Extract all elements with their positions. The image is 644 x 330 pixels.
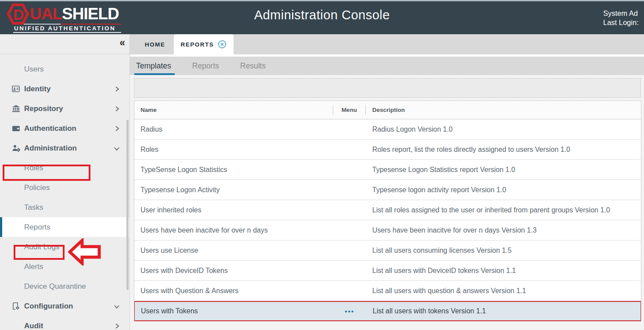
sidebar-item-alerts[interactable]: Alerts xyxy=(0,257,130,276)
sidebar-item-repository[interactable]: Repository xyxy=(0,99,130,118)
sidebar-item-users[interactable]: Users xyxy=(0,59,130,79)
table-row-selected[interactable]: Users with Tokens ••• List all users wit… xyxy=(134,301,641,321)
table-row[interactable]: Users with Question & Answers List all u… xyxy=(134,281,641,301)
subtab-reports[interactable]: Reports xyxy=(191,57,220,75)
table-row[interactable]: Users use License List all users consumi… xyxy=(134,240,641,261)
table-row[interactable]: TypeSense Logon Statistics Typesense Log… xyxy=(134,160,641,180)
svg-text:D: D xyxy=(13,6,24,23)
user-name: System Ad xyxy=(603,9,639,18)
tab-bar: HOME REPORTS xyxy=(130,34,644,54)
subtab-results[interactable]: Results xyxy=(239,57,266,75)
sidebar-item-audit[interactable]: Audit xyxy=(0,316,130,330)
column-header-description[interactable]: Description xyxy=(366,107,641,113)
page-title: Administration Console xyxy=(254,8,390,22)
sidebar-item-roles[interactable]: Roles xyxy=(0,158,130,178)
id-card-icon xyxy=(12,85,20,93)
sidebar-item-audit-logs[interactable]: Audit Logs xyxy=(0,237,130,257)
brand-tagline: UNIFIED AUTHENTICATION xyxy=(14,25,121,32)
column-header-menu[interactable]: Menu xyxy=(333,101,366,119)
brand-divider xyxy=(13,24,121,25)
table-row[interactable]: Roles Roles report, list the roles direc… xyxy=(134,140,641,160)
column-header-name[interactable]: Name xyxy=(134,107,333,113)
tab-home[interactable]: HOME xyxy=(136,34,174,54)
user-gear-icon xyxy=(12,144,20,152)
chevron-right-icon xyxy=(115,323,120,330)
tab-reports[interactable]: REPORTS xyxy=(174,34,234,54)
sidebar-item-identity[interactable]: Identity xyxy=(0,79,130,99)
chevron-right-icon xyxy=(115,105,120,114)
brand-text-red: UAL xyxy=(30,5,62,23)
sidebar-collapse-icon[interactable]: « xyxy=(119,37,125,49)
sidebar-item-policies[interactable]: Policies xyxy=(0,178,130,197)
close-tab-icon[interactable] xyxy=(218,40,227,49)
sidebar-item-device-quarantine[interactable]: Device Quarantine xyxy=(0,276,130,296)
empty-toolbar-area xyxy=(134,78,641,98)
table-row[interactable]: Users with DeviceID Tokens List all user… xyxy=(134,261,641,281)
chevron-right-icon xyxy=(115,86,120,94)
brand-text-white: SHIELD xyxy=(62,5,119,23)
app-header: D UALSHIELD UNIFIED AUTHENTICATION Admin… xyxy=(0,0,644,34)
dualshield-logo: D UALSHIELD UNIFIED AUTHENTICATION xyxy=(7,4,121,33)
subtab-templates[interactable]: Templates xyxy=(135,57,172,75)
sidebar-header: « xyxy=(0,34,130,54)
brand-underline xyxy=(13,32,121,33)
main-content: HOME REPORTS Templates Reports Results N… xyxy=(130,34,644,330)
table-header-row: Name Menu Description xyxy=(134,101,641,119)
sidebar: « Users Identity xyxy=(0,34,130,330)
document-gear-icon xyxy=(12,302,20,310)
last-login: Last Login: xyxy=(603,18,639,27)
sidebar-item-authentication[interactable]: Authentication xyxy=(0,118,130,138)
table-row[interactable]: Users have been inacitve for over n days… xyxy=(134,220,641,240)
sidebar-item-configuration[interactable]: Configuration xyxy=(0,296,130,316)
chevron-down-icon xyxy=(114,145,120,154)
table-row[interactable]: Radius Radius Logon Version 1.0 xyxy=(134,119,641,140)
templates-table: Name Menu Description Radius Radius Logo… xyxy=(134,100,641,321)
bank-icon xyxy=(12,105,20,112)
table-row[interactable]: User inherited roles List all roles assi… xyxy=(134,200,641,220)
wallet-icon xyxy=(12,125,20,132)
sidebar-item-administration[interactable]: Administration xyxy=(0,138,130,158)
subtab-bar: Templates Reports Results xyxy=(130,57,644,75)
chevron-right-icon xyxy=(115,125,120,134)
sidebar-item-reports[interactable]: Reports xyxy=(0,217,130,237)
dualshield-hexagon-d-icon: D xyxy=(7,4,29,25)
row-menu-dots-icon[interactable]: ••• xyxy=(333,302,366,320)
sidebar-menu: Users Identity xyxy=(0,59,130,330)
sidebar-item-tasks[interactable]: Tasks xyxy=(0,197,130,217)
table-row[interactable]: Typesense Logon Activity Typesense logon… xyxy=(134,180,641,200)
sidebar-scrollbar[interactable] xyxy=(126,120,129,290)
user-session-info: System Ad Last Login: xyxy=(603,9,639,27)
chevron-down-icon xyxy=(114,303,120,312)
selected-indicator-bar xyxy=(0,217,2,237)
templates-panel: Name Menu Description Radius Radius Logo… xyxy=(130,75,644,330)
